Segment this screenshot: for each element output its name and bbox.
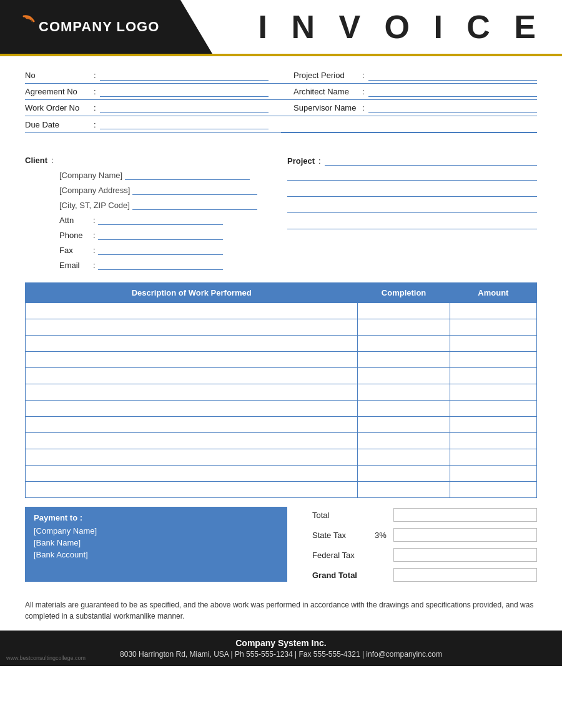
disclaimer-text: All materials are guaranteed to be as sp… bbox=[25, 601, 533, 621]
logo-arc-icon bbox=[12, 14, 35, 40]
client-city: [City, ST, ZIP Code] bbox=[59, 201, 130, 210]
form-label-supervisor: Supervisor Name bbox=[293, 103, 362, 112]
form-label-duedate: Due Date bbox=[25, 120, 94, 129]
form-line-agreement bbox=[100, 87, 269, 97]
project-label: Project bbox=[287, 156, 315, 166]
work-table: Description of Work Performed Completion… bbox=[25, 282, 537, 498]
footer-watermark: www.bestconsultingcollege.com bbox=[6, 655, 86, 661]
total-row: Total bbox=[312, 507, 537, 523]
page-header: COMPANY LOGO I N V O I C E bbox=[0, 0, 562, 56]
table-row bbox=[26, 319, 537, 336]
table-row bbox=[26, 482, 537, 498]
totals-block: Total State Tax 3% Federal Tax Grand Tot… bbox=[300, 507, 537, 587]
form-label-agreement: Agreement No bbox=[25, 87, 94, 96]
footer: Company System Inc. 8030 Harrington Rd, … bbox=[0, 631, 562, 666]
footer-company: Company System Inc. bbox=[12, 638, 550, 648]
form-row-no: No : bbox=[25, 67, 281, 84]
client-address-row: [Company Address] bbox=[59, 184, 275, 196]
payment-block: Payment to : [Company Name] [Bank Name] … bbox=[25, 507, 287, 582]
client-label: Client bbox=[25, 156, 47, 165]
payment-bank: [Bank Name] bbox=[34, 538, 279, 547]
client-company-name: [Company Name] bbox=[59, 171, 122, 180]
logo-label: COMPANY LOGO bbox=[39, 19, 159, 35]
client-project-section: Client : [Company Name] [Company Address… bbox=[0, 147, 562, 282]
form-row-agreement: Agreement No : bbox=[25, 84, 281, 100]
client-attn-line bbox=[98, 215, 223, 225]
form-label-workorder: Work Order No bbox=[25, 103, 94, 112]
grand-total-value-box[interactable] bbox=[393, 568, 537, 582]
payment-title: Payment to : bbox=[34, 513, 279, 522]
project-line-2 bbox=[287, 187, 537, 197]
disclaimer: All materials are guaranteed to be as sp… bbox=[0, 596, 562, 631]
project-header: Project : bbox=[287, 156, 537, 166]
form-label-architect: Architect Name bbox=[293, 87, 362, 96]
client-email-line bbox=[98, 260, 223, 270]
logo-block: COMPANY LOGO bbox=[0, 0, 212, 54]
table-header-desc: Description of Work Performed bbox=[26, 283, 358, 303]
form-label-period: Project Period bbox=[293, 71, 362, 80]
form-line-workorder bbox=[100, 103, 269, 113]
table-row bbox=[26, 449, 537, 466]
client-phone-row: Phone : bbox=[59, 229, 275, 241]
client-email-row: Email : bbox=[59, 259, 275, 271]
table-row bbox=[26, 336, 537, 352]
form-line-duedate bbox=[100, 119, 269, 129]
footer-address: 8030 Harrington Rd, Miami, USA | Ph 555-… bbox=[12, 650, 550, 659]
form-line-architect bbox=[368, 87, 537, 97]
logo-text: COMPANY LOGO bbox=[12, 14, 159, 40]
client-company-name-row: [Company Name] bbox=[59, 169, 275, 181]
invoice-title-block: I N V O I C E bbox=[212, 0, 562, 54]
project-block: Project : bbox=[275, 156, 537, 274]
bottom-section: Payment to : [Company Name] [Bank Name] … bbox=[0, 507, 562, 587]
project-line-1 bbox=[287, 171, 537, 181]
total-value-box[interactable] bbox=[393, 508, 537, 522]
form-row-workorder: Work Order No : bbox=[25, 100, 281, 116]
table-row bbox=[26, 433, 537, 449]
client-attn-label: Attn bbox=[59, 216, 91, 225]
federal-tax-row: Federal Tax bbox=[312, 547, 537, 563]
table-header-completion: Completion bbox=[358, 283, 450, 303]
project-lines bbox=[287, 171, 537, 229]
form-section: No : Agreement No : Work Order No : Due … bbox=[0, 56, 562, 139]
form-row-period: Project Period : bbox=[281, 67, 537, 84]
client-fax-row: Fax : bbox=[59, 244, 275, 256]
client-address: [Company Address] bbox=[59, 186, 130, 195]
client-fax-label: Fax bbox=[59, 246, 91, 255]
client-fields: [Company Name] [Company Address] [City, … bbox=[25, 169, 275, 271]
form-line-supervisor bbox=[368, 103, 537, 113]
grand-total-label: Grand Total bbox=[312, 571, 375, 580]
state-tax-row: State Tax 3% bbox=[312, 527, 537, 543]
form-row-duedate: Due Date : bbox=[25, 116, 281, 132]
table-row bbox=[26, 466, 537, 482]
payment-company: [Company Name] bbox=[34, 526, 279, 536]
project-line-4 bbox=[287, 219, 537, 229]
client-attn-row: Attn : bbox=[59, 214, 275, 226]
form-row-architect: Architect Name : bbox=[281, 84, 537, 100]
table-row bbox=[26, 368, 537, 384]
client-email-label: Email bbox=[59, 261, 91, 270]
state-tax-label: State Tax bbox=[312, 531, 375, 540]
project-line-3 bbox=[287, 203, 537, 213]
total-label: Total bbox=[312, 511, 375, 520]
table-row bbox=[26, 384, 537, 401]
table-row bbox=[26, 352, 537, 368]
work-table-section: Description of Work Performed Completion… bbox=[0, 282, 562, 498]
grand-total-row: Grand Total bbox=[312, 567, 537, 583]
table-header-amount: Amount bbox=[450, 283, 536, 303]
form-line-period bbox=[368, 71, 537, 81]
state-tax-value-box[interactable] bbox=[393, 528, 537, 542]
client-city-row: [City, ST, ZIP Code] bbox=[59, 199, 275, 211]
client-phone-label: Phone bbox=[59, 231, 91, 240]
payment-account: [Bank Account] bbox=[34, 550, 279, 559]
form-label-no: No bbox=[25, 71, 94, 80]
state-tax-pct: 3% bbox=[375, 531, 393, 540]
client-fax-line bbox=[98, 245, 223, 255]
federal-tax-value-box[interactable] bbox=[393, 548, 537, 562]
table-row bbox=[26, 401, 537, 417]
form-line-no bbox=[100, 71, 269, 81]
form-row-supervisor: Supervisor Name : bbox=[281, 100, 537, 116]
client-phone-line bbox=[98, 230, 223, 240]
invoice-title: I N V O I C E bbox=[259, 8, 544, 46]
table-header-row: Description of Work Performed Completion… bbox=[26, 283, 537, 303]
table-row bbox=[26, 417, 537, 433]
